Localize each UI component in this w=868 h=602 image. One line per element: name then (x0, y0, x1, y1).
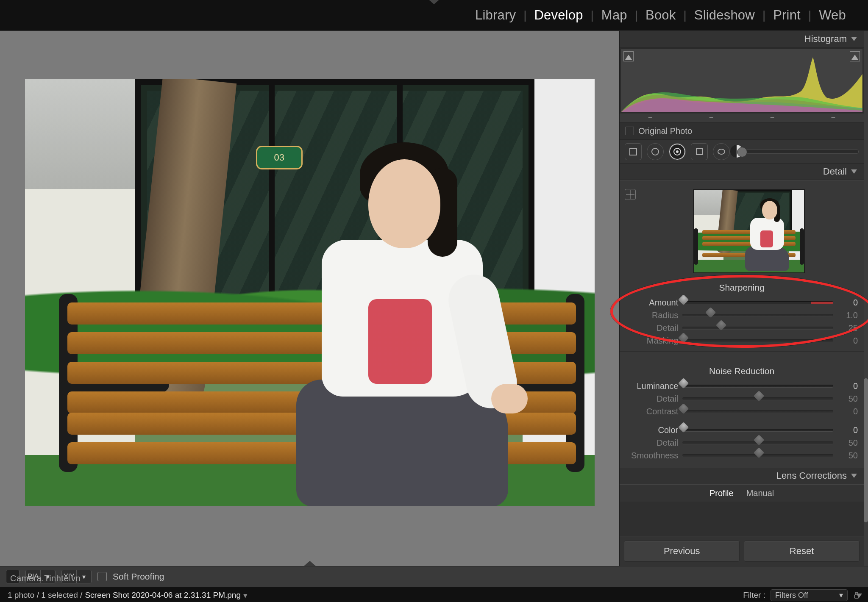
detail-panel: Sharpening Amount 0 Radius 1.0 Detail 25 (620, 180, 864, 468)
right-panel-scrollbar[interactable] (864, 31, 868, 566)
detail-target-picker[interactable] (625, 189, 636, 200)
detail-zoom-preview[interactable] (693, 189, 805, 273)
sharpening-title: Sharpening (626, 283, 858, 293)
graduated-filter-tool[interactable] (691, 143, 708, 160)
panel-header-histogram[interactable]: Histogram (620, 31, 864, 47)
slider-color[interactable]: Color 0 (626, 424, 858, 436)
svg-point-3 (676, 150, 679, 153)
slider-radius[interactable]: Radius 1.0 (626, 309, 858, 322)
slider-smoothness[interactable]: Smoothness 50 (626, 449, 858, 462)
slider-luminance[interactable]: Luminance 0 (626, 380, 858, 392)
nav-book[interactable]: Book (638, 8, 683, 23)
svg-rect-0 (630, 148, 637, 155)
status-filename: Screen Shot 2020-04-06 at 2.31.31 PM.png (85, 591, 241, 600)
chevron-down-icon (851, 474, 857, 478)
chevron-down-icon (851, 37, 857, 41)
histogram-plot (621, 49, 862, 112)
history-buttons: Previous Reset (620, 536, 864, 566)
slider-masking[interactable]: Masking 0 (626, 334, 858, 347)
checkbox-icon[interactable] (626, 127, 634, 135)
reset-button[interactable]: Reset (744, 541, 860, 562)
filter-label: Filter : (743, 591, 765, 600)
status-bar: 1 photo / 1 selected / Screen Shot 2020-… (0, 587, 868, 602)
crop-tool[interactable] (625, 143, 642, 160)
nav-develop[interactable]: Develop (526, 8, 590, 23)
brush-size-slider[interactable] (737, 150, 859, 154)
slider-color-detail[interactable]: Detail 50 (626, 436, 858, 449)
soft-proofing-checkbox[interactable] (97, 572, 107, 581)
sharpening-group: Sharpening Amount 0 Radius 1.0 Detail 25 (626, 283, 858, 347)
top-panel-toggle[interactable] (428, 0, 440, 4)
toolbar-more-icon[interactable] (856, 594, 862, 598)
panel-title-lens: Lens Corrections (776, 470, 847, 481)
right-panel-group: Histogram –––– Original Photo (619, 31, 868, 566)
nav-library[interactable]: Library (467, 8, 523, 23)
original-photo-label: Original Photo (638, 126, 692, 136)
original-photo-row[interactable]: Original Photo (620, 122, 864, 140)
loupe-toolbar: R|A ▾ Y|Y ▾ Soft Proofing (0, 566, 868, 587)
radial-filter-tool[interactable] (713, 143, 730, 160)
module-picker: Library| Develop| Map| Book| Slideshow| … (0, 0, 868, 31)
local-adjust-toolstrip (620, 140, 864, 164)
redeye-tool[interactable] (669, 143, 686, 160)
lens-tabs: Profile Manual (620, 484, 864, 502)
spot-removal-tool[interactable] (647, 143, 664, 160)
soft-proofing-label: Soft Proofing (113, 571, 164, 582)
slider-luminance-contrast[interactable]: Contrast 0 (626, 405, 858, 418)
status-counts: 1 photo / 1 selected / (8, 591, 82, 600)
loupe-view[interactable]: 03 (0, 31, 619, 566)
svg-rect-4 (696, 149, 702, 155)
svg-point-1 (652, 148, 659, 155)
noise-reduction-title: Noise Reduction (626, 366, 858, 376)
slider-amount[interactable]: Amount 0 (626, 296, 858, 309)
nav-map[interactable]: Map (594, 8, 635, 23)
lens-tab-manual[interactable]: Manual (746, 488, 774, 498)
nav-web[interactable]: Web (811, 8, 854, 23)
histogram[interactable] (620, 48, 863, 113)
previous-button[interactable]: Previous (624, 541, 740, 562)
panel-title-detail: Detail (823, 166, 847, 177)
panel-header-lens[interactable]: Lens Corrections (620, 468, 864, 484)
lens-tab-profile[interactable]: Profile (709, 488, 734, 498)
slider-luminance-detail[interactable]: Detail 50 (626, 392, 858, 405)
chevron-down-icon: ▾ (839, 591, 843, 600)
nav-slideshow[interactable]: Slideshow (687, 8, 762, 23)
filter-dropdown[interactable]: Filters Off ▾ (771, 589, 848, 601)
nav-print[interactable]: Print (765, 8, 808, 23)
slider-detail[interactable]: Detail 25 (626, 322, 858, 334)
panel-title-histogram: Histogram (804, 33, 847, 44)
svg-point-5 (718, 149, 725, 154)
panel-header-detail[interactable]: Detail (620, 164, 864, 180)
watermark-text: Camera.Tinhte.vn (10, 574, 81, 583)
chevron-down-icon (851, 169, 857, 174)
photo-canvas[interactable]: 03 (25, 79, 595, 506)
histogram-readout: –––– (620, 114, 864, 122)
filmstrip-toggle[interactable] (304, 561, 316, 566)
